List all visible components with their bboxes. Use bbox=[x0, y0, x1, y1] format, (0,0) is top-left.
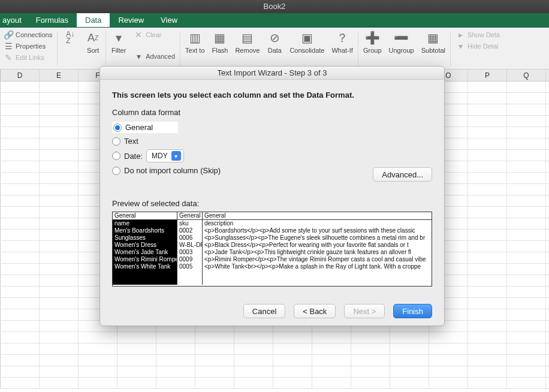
cell[interactable] bbox=[273, 366, 312, 377]
cell[interactable] bbox=[79, 378, 117, 388]
cell[interactable] bbox=[117, 366, 156, 377]
cell[interactable] bbox=[468, 252, 507, 263]
cell[interactable] bbox=[390, 355, 429, 366]
cell[interactable] bbox=[1, 93, 40, 104]
cell[interactable] bbox=[507, 264, 546, 275]
tab-review[interactable]: Review bbox=[110, 13, 152, 27]
cell[interactable] bbox=[546, 184, 549, 195]
cell[interactable] bbox=[1, 173, 40, 183]
cell[interactable] bbox=[40, 355, 79, 366]
cell[interactable] bbox=[40, 230, 79, 240]
cancel-button[interactable]: Cancel bbox=[243, 304, 285, 318]
text-to-columns-button[interactable]: ▥Text to bbox=[182, 28, 208, 56]
properties-button[interactable]: ☰Properties bbox=[4, 41, 52, 51]
cell[interactable] bbox=[156, 366, 195, 377]
cell[interactable] bbox=[507, 252, 546, 263]
cell[interactable] bbox=[507, 195, 546, 206]
cell[interactable] bbox=[507, 241, 546, 252]
cell[interactable] bbox=[507, 298, 546, 309]
cell[interactable] bbox=[546, 366, 549, 377]
cell[interactable] bbox=[546, 287, 549, 297]
cell[interactable] bbox=[79, 366, 117, 377]
cell[interactable] bbox=[507, 321, 546, 331]
cell[interactable] bbox=[507, 366, 546, 377]
cell[interactable] bbox=[1, 378, 40, 388]
cell[interactable] bbox=[117, 332, 156, 343]
cell[interactable] bbox=[546, 355, 549, 366]
cell[interactable] bbox=[546, 241, 549, 252]
cell[interactable] bbox=[546, 378, 549, 388]
cell[interactable] bbox=[546, 104, 549, 115]
cell[interactable] bbox=[507, 343, 546, 354]
column-header[interactable]: E bbox=[40, 70, 79, 81]
cell[interactable] bbox=[117, 343, 156, 354]
cell[interactable] bbox=[1, 355, 40, 366]
ungroup-button[interactable]: ➖Ungroup bbox=[385, 28, 418, 56]
cell[interactable] bbox=[156, 343, 195, 354]
cell[interactable] bbox=[1, 138, 40, 149]
cell[interactable] bbox=[507, 275, 546, 286]
cell[interactable] bbox=[351, 332, 390, 343]
cell[interactable] bbox=[468, 355, 507, 366]
cell[interactable] bbox=[507, 93, 546, 104]
consolidate-button[interactable]: ▣Consolidate bbox=[286, 28, 328, 56]
cell[interactable] bbox=[546, 127, 549, 138]
cell[interactable] bbox=[40, 332, 79, 343]
cell[interactable] bbox=[546, 82, 549, 92]
cell[interactable] bbox=[79, 355, 117, 366]
cell[interactable] bbox=[390, 378, 429, 388]
cell[interactable] bbox=[156, 332, 195, 343]
clear-button[interactable]: ✕Clear bbox=[134, 30, 175, 40]
cell[interactable] bbox=[234, 343, 273, 354]
cell[interactable] bbox=[546, 264, 549, 275]
cell[interactable] bbox=[40, 93, 79, 104]
cell[interactable] bbox=[468, 332, 507, 343]
cell[interactable] bbox=[1, 195, 40, 206]
cell[interactable] bbox=[546, 321, 549, 331]
cell[interactable] bbox=[468, 127, 507, 138]
advanced-button[interactable]: Advanced... bbox=[373, 167, 432, 182]
cell[interactable] bbox=[312, 366, 351, 377]
cell[interactable] bbox=[351, 366, 390, 377]
cell[interactable] bbox=[546, 138, 549, 149]
cell[interactable] bbox=[468, 116, 507, 126]
cell[interactable] bbox=[234, 355, 273, 366]
cell[interactable] bbox=[40, 116, 79, 126]
cell[interactable] bbox=[546, 343, 549, 354]
cell[interactable] bbox=[468, 378, 507, 388]
cell[interactable] bbox=[40, 366, 79, 377]
group-button[interactable]: ➕Group bbox=[360, 28, 385, 56]
cell[interactable] bbox=[1, 104, 40, 115]
cell[interactable] bbox=[507, 332, 546, 343]
cell[interactable] bbox=[1, 366, 40, 377]
cell[interactable] bbox=[40, 161, 79, 172]
radio-date[interactable]: Date: MDY ▾ bbox=[112, 149, 432, 162]
preview-col-2[interactable]: General description<p>Boardshorts</p><p>… bbox=[203, 212, 432, 285]
cell[interactable] bbox=[1, 116, 40, 126]
cell[interactable] bbox=[1, 321, 40, 331]
cell[interactable] bbox=[1, 332, 40, 343]
cell[interactable] bbox=[117, 355, 156, 366]
cell[interactable] bbox=[468, 195, 507, 206]
sort-az-button[interactable]: A↓Z bbox=[59, 28, 82, 48]
cell[interactable] bbox=[156, 378, 195, 388]
cell[interactable] bbox=[507, 184, 546, 195]
cell[interactable] bbox=[1, 150, 40, 161]
cell[interactable] bbox=[312, 378, 351, 388]
cell[interactable] bbox=[468, 230, 507, 240]
cell[interactable] bbox=[117, 378, 156, 388]
radio-skip-input[interactable] bbox=[112, 167, 120, 175]
cell[interactable] bbox=[273, 355, 312, 366]
cell[interactable] bbox=[1, 275, 40, 286]
show-detail-button[interactable]: ▸Show Deta bbox=[456, 30, 500, 40]
cell[interactable] bbox=[468, 321, 507, 331]
flash-fill-button[interactable]: ▦Flash bbox=[209, 28, 232, 56]
cell[interactable] bbox=[1, 207, 40, 218]
cell[interactable] bbox=[234, 332, 273, 343]
cell[interactable] bbox=[468, 218, 507, 229]
cell[interactable] bbox=[468, 275, 507, 286]
cell[interactable] bbox=[40, 150, 79, 161]
cell[interactable] bbox=[390, 343, 429, 354]
cell[interactable] bbox=[507, 138, 546, 149]
cell[interactable] bbox=[312, 343, 351, 354]
